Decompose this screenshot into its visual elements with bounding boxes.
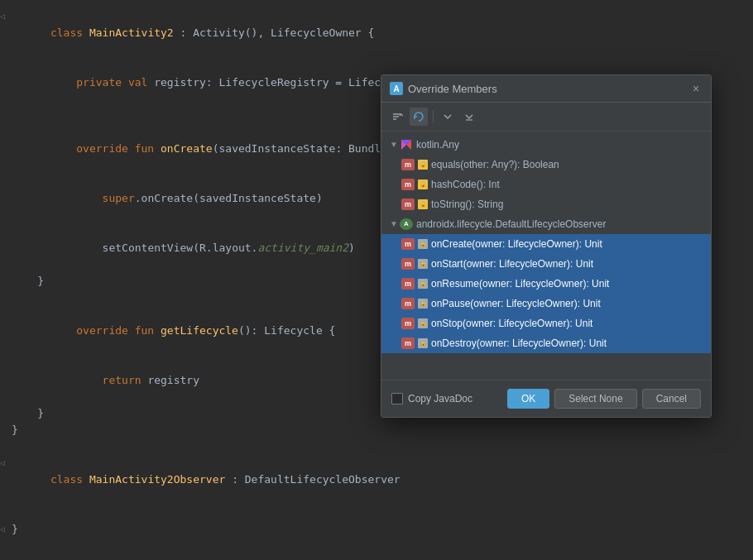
member-label: onCreate(owner: LifecycleOwner): Unit xyxy=(431,236,602,252)
dialog-toolbar xyxy=(381,103,711,132)
method-icon: m xyxy=(401,337,415,349)
code-line: ◁ } xyxy=(0,521,753,538)
member-label: onResume(owner: LifecycleOwner): Unit xyxy=(431,275,609,292)
cancel-button[interactable]: Cancel xyxy=(642,389,701,409)
member-equals[interactable]: m 🔒 equals(other: Any?): Boolean xyxy=(381,155,711,175)
lock-icon: 🔒 xyxy=(418,338,428,348)
member-onstart[interactable]: m 🔒 onStart(owner: LifecycleOwner): Unit xyxy=(381,254,711,274)
collapse-all-button[interactable] xyxy=(460,108,478,126)
method-icon: m xyxy=(401,159,415,170)
method-icon: m xyxy=(401,179,415,190)
members-tree[interactable]: ▼ kotlin.Any m 🔒 equals(other: Any?): Bo… xyxy=(381,132,711,380)
member-label: toString(): String xyxy=(431,196,503,213)
member-onstop[interactable]: m 🔒 onStop(owner: LifecycleOwner): Unit xyxy=(381,314,711,333)
lock-icon: 🔒 xyxy=(418,160,428,170)
ok-button[interactable]: OK xyxy=(507,389,549,409)
dialog-close-button[interactable]: × xyxy=(689,82,703,95)
lock-icon: 🔒 xyxy=(418,259,428,269)
code-line xyxy=(0,438,753,455)
cycle-button[interactable] xyxy=(410,108,428,126)
group-toggle: ▼ xyxy=(388,216,400,232)
toolbar-divider xyxy=(433,110,434,123)
lock-icon: 🔒 xyxy=(418,279,428,289)
member-onresume[interactable]: m 🔒 onResume(owner: LifecycleOwner): Uni… xyxy=(381,274,711,294)
member-ondestroy[interactable]: m 🔒 onDestroy(owner: LifecycleOwner): Un… xyxy=(381,333,711,353)
member-hashcode[interactable]: m 🔒 hashCode(): Int xyxy=(381,175,711,194)
method-icon: m xyxy=(401,278,415,290)
copy-javadoc-checkbox[interactable] xyxy=(391,393,403,404)
copy-javadoc-label: Copy JavaDoc xyxy=(408,393,472,404)
group-toggle: ▼ xyxy=(388,136,400,153)
method-icon: m xyxy=(401,199,415,210)
expand-all-button[interactable] xyxy=(439,108,457,126)
member-label: onStart(owner: LifecycleOwner): Unit xyxy=(431,256,593,272)
footer-left: Copy JavaDoc xyxy=(391,393,472,404)
select-none-button[interactable]: Select None xyxy=(554,389,636,409)
lock-icon: 🔒 xyxy=(418,179,428,189)
method-icon: m xyxy=(401,298,415,309)
dialog-title: Override Members xyxy=(408,83,497,95)
code-line: ◁ class MainActivity2 : Activity(), Life… xyxy=(0,8,753,58)
sort-button[interactable] xyxy=(388,108,406,126)
code-line: ◁ class MainActivity2Observer : DefaultL… xyxy=(0,455,753,505)
kotlin-icon xyxy=(400,139,413,151)
member-onpause[interactable]: m 🔒 onPause(owner: LifecycleOwner): Unit xyxy=(381,294,711,314)
override-members-dialog: A Override Members × xyxy=(381,74,712,418)
dialog-footer: Copy JavaDoc OK Select None Cancel xyxy=(381,380,711,417)
lock-icon: 🔒 xyxy=(418,199,428,209)
fold-icon: ◁ xyxy=(0,8,12,25)
method-icon: m xyxy=(401,238,415,250)
member-label: hashCode(): Int xyxy=(431,176,500,193)
lifecycle-icon: A xyxy=(400,218,413,230)
code-line xyxy=(0,505,753,521)
member-label: onPause(owner: LifecycleOwner): Unit xyxy=(431,295,601,312)
lock-icon: 🔒 xyxy=(418,299,428,309)
group-label: androidx.lifecycle.DefaultLifecycleObser… xyxy=(416,216,606,232)
dialog-titlebar: A Override Members × xyxy=(381,75,711,103)
code-line: } xyxy=(0,422,753,438)
group-androidx-lifecycle[interactable]: ▼ A androidx.lifecycle.DefaultLifecycleO… xyxy=(381,214,711,234)
method-icon: m xyxy=(401,318,415,329)
footer-buttons: OK Select None Cancel xyxy=(507,389,701,409)
member-tostring[interactable]: m 🔒 toString(): String xyxy=(381,194,711,214)
group-kotlin-any[interactable]: ▼ kotlin.Any xyxy=(381,135,711,155)
member-oncreate[interactable]: m 🔒 onCreate(owner: LifecycleOwner): Uni… xyxy=(381,234,711,254)
dialog-title-icon: A xyxy=(390,82,403,95)
member-label: equals(other: Any?): Boolean xyxy=(431,156,559,173)
lock-icon: 🔒 xyxy=(418,239,428,249)
member-label: onDestroy(owner: LifecycleOwner): Unit xyxy=(431,335,607,352)
method-icon: m xyxy=(401,258,415,270)
member-label: onStop(owner: LifecycleOwner): Unit xyxy=(431,315,592,332)
group-label: kotlin.Any xyxy=(416,136,459,153)
lock-icon: 🔒 xyxy=(418,318,428,328)
